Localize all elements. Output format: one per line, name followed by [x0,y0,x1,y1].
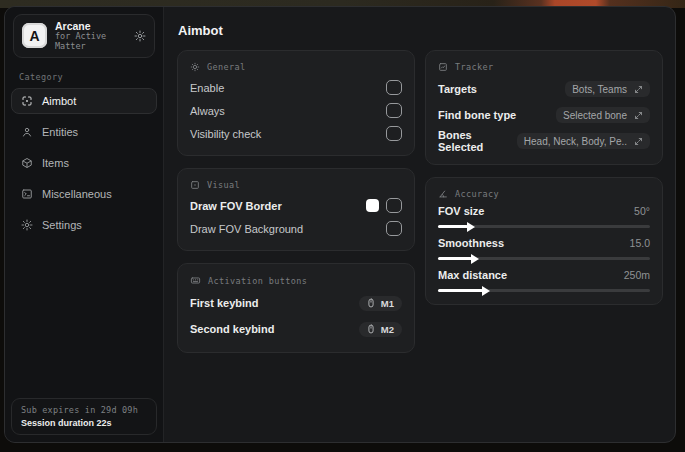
slider-fill [438,257,472,260]
chart-icon [438,62,448,72]
setting-label: Draw FOV Background [190,223,303,235]
sidebar-item-label: Settings [42,219,82,231]
sidebar-item-aimbot[interactable]: Aimbot [11,88,157,114]
draw-fov-background-checkbox[interactable] [386,221,402,236]
gear-icon[interactable] [134,30,146,42]
right-column: Tracker Targets Bots, Teams [425,50,663,353]
tracker-label: Targets [438,83,477,95]
expand-icon [634,85,643,94]
slider-label: FOV size [438,205,484,217]
section-title: Tracker [455,62,494,72]
sidebar-nav: Aimbot Entities Items [5,88,163,238]
expand-icon [634,137,643,146]
targets-value: Bots, Teams [572,84,627,95]
slider-smoothness: Smoothness 15.0 [438,235,650,260]
sidebar-item-entities[interactable]: Entities [11,119,157,145]
visibility-check-checkbox[interactable] [386,126,402,141]
smoothness-slider[interactable] [438,257,650,260]
find-bone-type-value: Selected bone [563,110,627,121]
sidebar-item-label: Items [42,157,69,169]
tracker-card-header: Tracker [438,62,650,72]
app-logo: A [22,23,47,48]
keybind-label: First keybind [190,297,258,309]
gear-icon [21,219,33,231]
bones-selected-value: Head, Neck, Body, Pe.. [524,136,627,147]
enable-checkbox[interactable] [386,80,402,95]
keybind-value: M2 [381,324,394,335]
draw-fov-border-checkbox[interactable] [386,198,402,213]
category-label: Category [19,72,163,82]
sidebar-item-label: Miscellaneous [42,188,112,200]
setting-row-enable: Enable [190,76,402,99]
setting-label: Draw FOV Border [190,200,282,212]
visual-card-header: Visual [190,180,402,190]
slider-fill [438,225,468,228]
person-icon [21,126,33,138]
slider-value: 250m [624,269,650,281]
setting-label: Visibility check [190,128,261,140]
setting-row-always: Always [190,99,402,122]
slider-fov-size: FOV size 50° [438,203,650,228]
fov-size-slider[interactable] [438,225,650,228]
tracker-row-bones-selected: Bones Selected Head, Neck, Body, Pe.. [438,128,650,154]
tracker-row-find-bone-type: Find bone type Selected bone [438,102,650,128]
sun-icon [190,62,200,72]
tracker-label: Find bone type [438,109,516,121]
slider-fill [438,289,483,292]
crosshair-scan-icon [21,95,33,107]
cube-icon [21,157,33,169]
setting-row-visibility-check: Visibility check [190,122,402,145]
visual-card: Visual Draw FOV Border Draw FOV Backgrou… [177,168,415,251]
second-keybind-button[interactable]: M2 [359,322,402,337]
section-title: Visual [207,180,240,190]
general-card-header: General [190,62,402,72]
sidebar-item-items[interactable]: Items [11,150,157,176]
tracker-row-targets: Targets Bots, Teams [438,76,650,102]
slider-label: Max distance [438,269,507,281]
tracker-label: Bones Selected [438,129,517,153]
max-distance-slider[interactable] [438,289,650,292]
angle-icon [438,189,448,199]
accuracy-card-header: Accuracy [438,189,650,199]
section-title: Activation buttons [208,276,307,286]
setting-label: Enable [190,82,224,94]
app-subtitle: for Active Matter [55,32,126,52]
mouse-icon [366,324,376,334]
section-title: General [207,62,246,72]
find-bone-type-select[interactable]: Selected bone [556,107,650,123]
fov-border-color-swatch[interactable] [366,199,379,212]
activation-buttons-card: Activation buttons First keybind M1 [177,263,415,353]
arcane-menu-window: A Arcane for Active Matter Category [4,6,676,443]
sub-expires-text: Sub expires in 29d 09h [21,405,147,415]
list-icon [21,188,33,200]
sidebar-item-settings[interactable]: Settings [11,212,157,238]
main-content: Aimbot General [164,7,675,442]
tracker-card: Tracker Targets Bots, Teams [425,50,663,165]
mouse-icon [366,298,376,308]
targets-select[interactable]: Bots, Teams [565,81,650,97]
sidebar-item-label: Aimbot [42,95,76,107]
subscription-info-card: Sub expires in 29d 09h Session duration … [11,398,157,435]
keybind-row-second: Second keybind M2 [190,316,402,342]
page-title: Aimbot [178,23,663,38]
brand-text: Arcane for Active Matter [55,20,126,52]
brand-card: A Arcane for Active Matter [13,14,155,58]
slider-thumb[interactable] [467,222,475,232]
slider-value: 15.0 [630,237,650,249]
slider-thumb[interactable] [471,254,479,264]
first-keybind-button[interactable]: M1 [359,296,402,311]
keyboard-icon [190,275,201,286]
keybind-value: M1 [381,298,394,309]
slider-value: 50° [634,205,650,217]
slider-max-distance: Max distance 250m [438,267,650,292]
keybind-label: Second keybind [190,323,274,335]
always-checkbox[interactable] [386,103,402,118]
accuracy-card: Accuracy FOV size 50° [425,177,663,305]
bones-selected-select[interactable]: Head, Neck, Body, Pe.. [517,133,650,149]
sidebar: A Arcane for Active Matter Category [5,7,164,442]
sidebar-item-miscellaneous[interactable]: Miscellaneous [11,181,157,207]
slider-thumb[interactable] [482,286,490,296]
expand-icon [634,111,643,120]
frame-icon [190,180,200,190]
keybind-row-first: First keybind M1 [190,290,402,316]
